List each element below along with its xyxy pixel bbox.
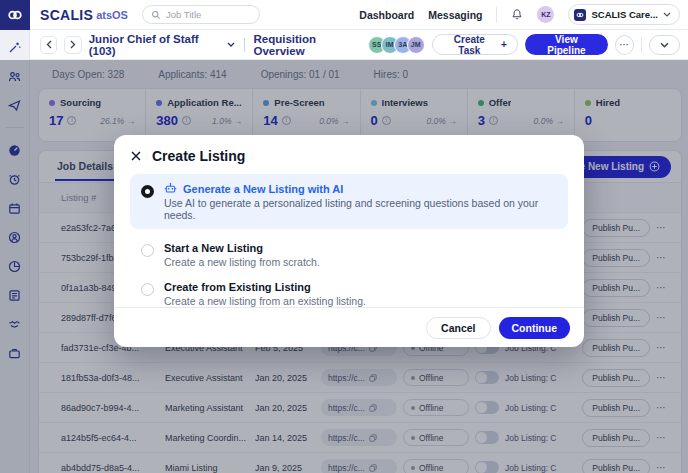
nav-link-messaging[interactable]: Messaging (428, 9, 482, 21)
option-description: Use AI to generate a personalized listin… (164, 197, 557, 221)
continue-button[interactable]: Continue (499, 317, 571, 339)
close-icon[interactable] (130, 150, 142, 162)
view-pipeline-label: View Pipeline (536, 34, 597, 56)
cancel-button[interactable]: Cancel (426, 317, 490, 339)
user-avatar[interactable]: KZ (537, 6, 554, 23)
search-input[interactable] (166, 9, 246, 20)
product-name: atsOS (96, 9, 128, 21)
search-icon (151, 10, 161, 20)
forward-button[interactable] (64, 36, 81, 54)
modal-footer: Cancel Continue (114, 307, 584, 348)
option-title: Start a New Listing (164, 242, 320, 254)
back-button[interactable] (40, 36, 57, 54)
modal-title: Create Listing (152, 148, 245, 164)
org-name: SCALIS Care... (591, 9, 658, 20)
org-selector[interactable]: SCALIS Care... (568, 4, 680, 25)
plus-icon: + (501, 39, 507, 50)
option-title: Generate a New Listing with AI (183, 183, 343, 195)
radio-unselected-icon[interactable] (141, 283, 154, 296)
wand-icon[interactable] (8, 40, 22, 54)
requisition-toolbar: Junior Chief of Staff (103) Requisition … (30, 30, 688, 60)
robot-icon (164, 182, 177, 195)
page-title: Requisition Overview (253, 33, 365, 57)
create-task-label: Create Task (443, 34, 496, 56)
option-description: Create a new listing from an existing li… (164, 295, 366, 307)
option-title: Create from Existing Listing (164, 281, 366, 293)
create-task-button[interactable]: Create Task + (432, 34, 518, 55)
app-logo[interactable] (0, 0, 30, 30)
option-start-new-listing[interactable]: Start a New Listing Create a new listing… (130, 242, 568, 268)
more-actions-button[interactable]: ⋯ (615, 35, 634, 55)
chevron-down-icon (663, 12, 671, 17)
radio-selected-icon[interactable] (141, 185, 154, 198)
top-navbar: SCALIS atsOS Dashboard Messaging KZ SCAL… (30, 0, 688, 30)
chevron-down-icon (227, 42, 235, 47)
team-avatars[interactable]: SS IM 3A JM (373, 36, 425, 54)
view-pipeline-button[interactable]: View Pipeline (525, 34, 608, 55)
notifications-bell-icon[interactable] (511, 8, 523, 21)
option-create-from-existing[interactable]: Create from Existing Listing Create a ne… (130, 281, 568, 307)
avatar[interactable]: JM (407, 36, 425, 54)
requisition-name: Junior Chief of Staff (103) (89, 33, 223, 57)
requisition-selector[interactable]: Junior Chief of Staff (103) (89, 33, 235, 57)
radio-unselected-icon[interactable] (141, 244, 154, 257)
brand-wordmark: SCALIS (40, 7, 93, 23)
breadcrumb-divider (244, 38, 245, 52)
job-title-search[interactable] (142, 5, 260, 24)
collapse-header-button[interactable] (649, 35, 680, 55)
navbar-divider (496, 7, 497, 23)
app-window: SCALIS atsOS Dashboard Messaging KZ SCAL… (0, 0, 688, 473)
nav-link-dashboard[interactable]: Dashboard (359, 9, 414, 21)
option-generate-with-ai[interactable]: Generate a New Listing with AI Use AI to… (130, 174, 568, 229)
option-description: Create a new listing from scratch. (164, 256, 320, 268)
org-logo-icon (574, 9, 586, 21)
create-listing-modal: Create Listing Generate a New Listing wi… (114, 135, 584, 347)
modal-header: Create Listing (114, 135, 584, 172)
ellipsis-icon: ⋯ (619, 39, 630, 50)
scalis-logo-icon (7, 9, 23, 21)
toolbar-divider (641, 37, 642, 53)
